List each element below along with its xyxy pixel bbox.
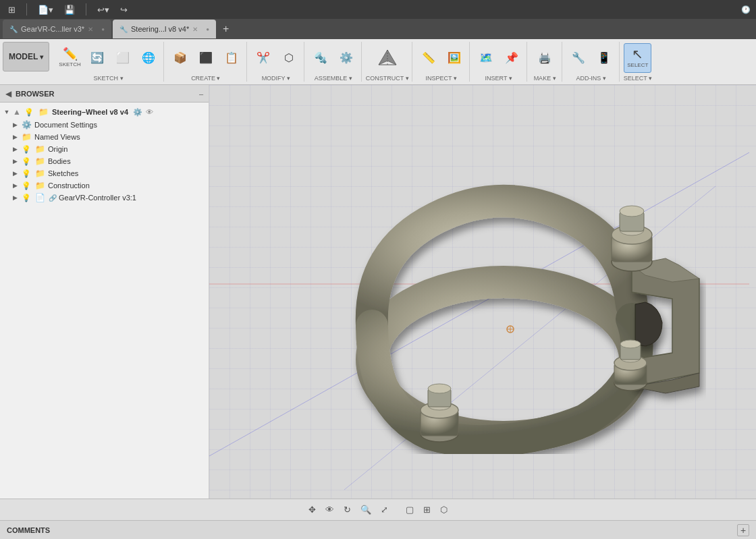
create1-button[interactable]: 📦 [168,43,192,73]
bodies-folder-icon: 📁 [35,157,45,166]
create2-button[interactable]: ⬛ [194,43,218,73]
assemble-label: ASSEMBLE ▾ [315,74,352,82]
addins-section: 🔧 📱 ADD-INS ▾ [564,42,620,82]
bottom-toolbar: ✥ 👁 ↻ 🔍 ⤢ ▢ ⊞ ⬡ [0,499,756,520]
svg-marker-0 [379,50,396,65]
tree-item-sketches[interactable]: ▶ 💡 📁 Sketches [0,167,209,179]
comments-bar: COMMENTS + [0,520,756,539]
construct-section: CONSTRUCT ▾ [363,42,412,82]
root-visibility-icon: 👁 [146,108,153,116]
tab-gearvr-dot: ● [101,26,105,32]
measure-button[interactable]: 📏 [416,43,441,73]
construct-icon [377,45,398,71]
box-icon: ⬛ [199,53,213,63]
fillet-button[interactable]: ✂️ [251,43,275,73]
steering-ring [371,201,637,441]
select-label: SELECT ▾ [624,74,652,82]
tree-root-item[interactable]: ▼ ▲ 💡 📁 Steering–Wheel v8 v4 ⚙️ 👁 [0,105,209,119]
cylinder-bottom-left [421,384,458,442]
insert-buttons: 🗺️ 📌 [474,42,524,74]
root-label: Steering–Wheel v8 v4 [52,108,128,116]
sketch-buttons: ✏️ SKETCH 🔄 ⬜ 🌐 [56,42,160,74]
modify-section: ✂️ ⬡ MODIFY ▾ [248,42,304,82]
isometric-button[interactable]: ⬡ [437,503,451,517]
clock-area: 🕐 [741,5,751,14]
tree-item-doc-settings[interactable]: ▶ ⚙️ Document Settings [0,119,209,131]
grid-toggle-button[interactable]: ⊞ [420,503,434,517]
tab-steering[interactable]: 🔧 Steering...l v8 v4* ✕ ● [113,20,216,38]
modify-buttons: ✂️ ⬡ [251,42,301,74]
root-caret: ▲ [13,107,21,117]
extrude-icon: 📦 [173,53,187,63]
new-tab-button[interactable]: + [217,23,234,35]
tab-steering-label: Steering...l v8 v4* [131,25,189,33]
gearvr-chevron: ▶ [11,194,19,201]
sidebar-collapse-button[interactable]: – [199,90,203,98]
display-mode-button[interactable]: ▢ [402,503,417,517]
joint-button[interactable]: 🔩 [308,43,333,73]
tab-gearvr[interactable]: 🔧 GearVR-C...ller v3* ✕ ● [3,20,111,38]
plane-button[interactable] [370,43,405,73]
redo-button[interactable]: ↪ [117,3,130,16]
3dprint-button[interactable]: 🖨️ [533,43,557,73]
sidebar-toggle[interactable]: ◀ [5,89,11,98]
tab-steering-icon: 🔧 [119,26,128,33]
divider1 [26,3,27,16]
rectangle-button[interactable]: ⬜ [111,43,135,73]
nav-orbit-button[interactable]: ↻ [340,503,354,517]
globe-button[interactable]: 🌐 [136,43,161,73]
tab-gearvr-label: GearVR-C...ller v3* [21,25,84,33]
root-eye-icon: 💡 [24,108,34,117]
make-buttons: 🖨️ [533,42,557,74]
sidebar: ◀ BROWSER – ▼ ▲ 💡 📁 Steering–Wheel v8 v4… [0,85,209,499]
file-button[interactable]: 📄▾ [35,3,56,16]
make-label: MAKE ▾ [534,74,556,82]
comments-plus-button[interactable]: + [737,524,749,536]
chamfer-button[interactable]: ⬡ [277,43,301,73]
rectangle-icon: ⬜ [116,53,130,63]
named-views-chevron: ▶ [11,134,19,140]
insert-svg-button[interactable]: 🗺️ [474,43,498,73]
tab-gearvr-close[interactable]: ✕ [88,26,93,33]
sketch-button[interactable]: ✏️ SKETCH [56,43,83,73]
tab-steering-close[interactable]: ✕ [192,26,198,33]
nav-look-button[interactable]: 👁 [322,503,338,517]
viewport[interactable] [209,85,756,499]
origin-label: Origin [48,145,68,153]
scripts-icon: 🔧 [572,53,585,63]
undo-button[interactable]: ↩▾ [94,3,112,16]
doc-settings-chevron: ▶ [11,121,19,128]
nav-zoom-button[interactable]: 🔍 [357,503,375,517]
joint-icon: 🔩 [314,53,327,63]
create-buttons: 📦 ⬛ 📋 [168,42,244,74]
addins-extra-button[interactable]: 📱 [592,43,616,73]
tree-item-named-views[interactable]: ▶ 📁 Named Views [0,131,209,143]
scripts-button[interactable]: 🔧 [566,43,591,73]
save-button[interactable]: 💾 [61,3,78,16]
model-label: MODEL [9,52,38,61]
finish-sketch-button[interactable]: 🔄 [85,43,109,73]
grid-menu-button[interactable]: ⊞ [5,3,18,16]
tree-item-gearvr[interactable]: ▶ 💡 📄 🔗 GearVR-Controller v3:1 [0,192,209,204]
inspect-section: 📏 🖼️ INSPECT ▾ [414,42,470,82]
select-button[interactable]: ↖ SELECT [624,43,651,73]
browser-title: BROWSER [16,90,195,98]
nav-pan-button[interactable]: ✥ [305,503,319,517]
tree-item-origin[interactable]: ▶ 💡 📁 Origin [0,143,209,155]
tree-item-construction[interactable]: ▶ 💡 📁 Construction [0,179,209,192]
display-button[interactable]: 🖼️ [442,43,466,73]
model-button[interactable]: MODEL ▾ [3,42,49,72]
component-icon: ⚙️ [340,53,353,63]
sidebar-header: ◀ BROWSER – [0,85,209,103]
toolbar: MODEL ▾ ✏️ SKETCH 🔄 ⬜ 🌐 SKETCH ▾ 📦 [0,39,756,85]
fillet-icon: ✂️ [256,53,270,63]
tree-item-bodies[interactable]: ▶ 💡 📁 Bodies [0,155,209,167]
create3-button[interactable]: 📋 [219,43,244,73]
component-button[interactable]: ⚙️ [334,43,358,73]
nav-fit-button[interactable]: ⤢ [377,503,392,517]
finish-sketch-icon: 🔄 [90,53,104,63]
modify-label: MODIFY ▾ [262,74,290,82]
sketch-section: ✏️ SKETCH 🔄 ⬜ 🌐 SKETCH ▾ [53,42,163,82]
insert-svg-icon: 🗺️ [479,53,493,63]
decal-button[interactable]: 📌 [500,43,524,73]
